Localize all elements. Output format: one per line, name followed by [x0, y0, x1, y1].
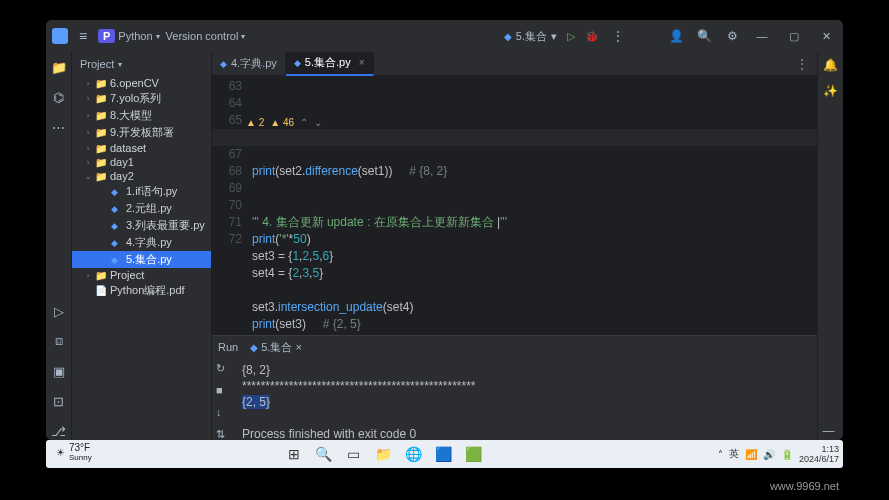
structure-tool-icon[interactable]: ⌬ — [50, 88, 68, 106]
code-line[interactable]: print(set3) # {2, 5} — [252, 316, 813, 333]
search-button[interactable]: 🔍 — [312, 442, 336, 466]
python-console-icon[interactable]: ⧈ — [50, 332, 68, 350]
collapse-icon[interactable]: — — [823, 424, 839, 440]
python-dropdown[interactable]: P Python ▾ — [98, 29, 160, 43]
editor-tab[interactable]: ◆5.集合.py× — [286, 52, 374, 76]
terminal-icon[interactable]: ▣ — [50, 362, 68, 380]
run-config-selector[interactable]: ◆ 5.集合 ▾ — [504, 29, 557, 44]
person-icon[interactable]: 👤 — [667, 27, 685, 45]
python-badge: P — [98, 29, 115, 43]
tree-folder[interactable]: ⌄📁day2 — [72, 169, 211, 183]
code-line[interactable]: ''' 4. 集合更新 update : 在原集合上更新新集合 |''' — [252, 214, 813, 231]
code-line[interactable]: print(set2.difference(set1)) # {8, 2} — [252, 163, 813, 180]
run-panel-header: Run ◆ 5.集合 × — [212, 336, 817, 358]
tree-file[interactable]: ◆4.字典.py — [72, 234, 211, 251]
code-line[interactable]: print('*'*50) — [252, 231, 813, 248]
code-line[interactable]: set3 = {1,2,5,6} — [252, 248, 813, 265]
tree-folder[interactable]: ›📁Project — [72, 268, 211, 282]
tabs-more-icon[interactable]: ⋮ — [787, 56, 817, 72]
editor-tabs: ◆4.字典.py◆5.集合.py×⋮ — [212, 52, 817, 76]
tree-folder[interactable]: ›📁8.大模型 — [72, 107, 211, 124]
close-icon[interactable]: × — [295, 341, 301, 353]
warning-badge: ▲ 2 — [246, 114, 264, 131]
project-tree[interactable]: ›📁6.openCV›📁7.yolo系列›📁8.大模型›📁9.开发板部署›📁da… — [72, 76, 211, 440]
code-line[interactable]: set4 = {2,3,5} — [252, 265, 813, 282]
code-lines[interactable]: ▲ 2 ▲ 46 ⌃ ⌄ print(set2.difference(set1)… — [248, 76, 817, 335]
tree-file[interactable]: ◆1.if语句.py — [72, 183, 211, 200]
run-label: Run — [218, 341, 238, 353]
project-header[interactable]: Project ▾ — [72, 52, 211, 76]
minimize-button[interactable]: — — [751, 25, 773, 47]
tree-folder[interactable]: ›📁9.开发板部署 — [72, 124, 211, 141]
project-tool-icon[interactable]: 📁 — [50, 58, 68, 76]
code-editor[interactable]: 63646566676869707172 ▲ 2 ▲ 46 ⌃ ⌄ print(… — [212, 76, 817, 335]
explorer-icon[interactable]: 📁 — [372, 442, 396, 466]
editor-area: ◆4.字典.py◆5.集合.py×⋮ 63646566676869707172 … — [212, 52, 817, 440]
right-toolbar: 🔔 ✨ — — [817, 52, 843, 440]
code-line[interactable] — [252, 180, 813, 197]
gutter: 63646566676869707172 — [212, 76, 248, 335]
chevron-down-icon: ▾ — [156, 32, 160, 41]
expand-icon[interactable]: ⌃ — [300, 114, 308, 131]
task-view-button[interactable]: ▭ — [342, 442, 366, 466]
windows-taskbar[interactable]: ⊞ 🔍 ▭ 📁 🌐 🟦 🟩 ˄ 英 📶 🔊 🔋 1:13 2024/6/17 — [46, 440, 843, 468]
system-tray[interactable]: ˄ 英 📶 🔊 🔋 1:13 2024/6/17 — [718, 444, 839, 464]
git-icon[interactable]: ⎇ — [50, 422, 68, 440]
notifications-icon[interactable]: 🔔 — [823, 58, 839, 74]
down-icon[interactable]: ↓ — [216, 406, 230, 420]
ai-icon[interactable]: ✨ — [823, 84, 839, 100]
tree-file[interactable]: 📄Python编程.pdf — [72, 282, 211, 299]
search-icon[interactable]: 🔍 — [695, 27, 713, 45]
tree-folder[interactable]: ›📁day1 — [72, 155, 211, 169]
collapse-icon[interactable]: ⌄ — [314, 114, 322, 131]
tree-file[interactable]: ◆5.集合.py — [72, 251, 211, 268]
weather-widget[interactable]: ☀ 73°F Sunny — [50, 440, 98, 464]
chevron-down-icon: ▾ — [118, 60, 122, 69]
wifi-icon[interactable]: 📶 — [745, 449, 757, 460]
app-logo-icon[interactable] — [52, 28, 68, 44]
tray-chevron-icon[interactable]: ˄ — [718, 449, 723, 460]
volume-icon[interactable]: 🔊 — [763, 449, 775, 460]
problems-icon[interactable]: ⊡ — [50, 392, 68, 410]
tree-folder[interactable]: ›📁6.openCV — [72, 76, 211, 90]
edge-icon[interactable]: 🌐 — [402, 442, 426, 466]
gear-icon[interactable]: ⚙ — [723, 27, 741, 45]
version-control-dropdown[interactable]: Version control ▾ — [166, 30, 246, 42]
watermark: www.9969.net — [770, 480, 839, 492]
run-tool-icon[interactable]: ▷ — [50, 302, 68, 320]
tree-folder[interactable]: ›📁7.yolo系列 — [72, 90, 211, 107]
close-button[interactable]: ✕ — [815, 25, 837, 47]
run-tab[interactable]: ◆ 5.集合 × — [244, 338, 308, 357]
titlebar: ≡ P Python ▾ Version control ▾ ◆ 5.集合 ▾ … — [46, 20, 843, 52]
run-toolbar: ↻ ■ ↓ ⇅ ⇱ 🗑 — [212, 358, 234, 440]
pycharm-icon[interactable]: 🟩 — [462, 442, 486, 466]
tree-file[interactable]: ◆2.元组.py — [72, 200, 211, 217]
code-line[interactable]: set3.intersection_update(set4) — [252, 299, 813, 316]
more-actions-icon[interactable]: ⋮ — [609, 27, 627, 45]
stop-icon[interactable]: ■ — [216, 384, 230, 398]
run-button[interactable]: ▷ — [567, 30, 575, 43]
chevron-down-icon: ▾ — [551, 30, 557, 43]
more-tool-icon[interactable]: ⋯ — [50, 118, 68, 136]
inspection-badges[interactable]: ▲ 2 ▲ 46 ⌃ ⌄ — [246, 114, 807, 131]
battery-icon[interactable]: 🔋 — [781, 449, 793, 460]
filter-icon[interactable]: ⇅ — [216, 428, 230, 440]
hamburger-icon[interactable]: ≡ — [74, 27, 92, 45]
left-toolbar: 📁 ⌬ ⋯ ▷ ⧈ ▣ ⊡ ⎇ — [46, 52, 72, 440]
rerun-icon[interactable]: ↻ — [216, 362, 230, 376]
code-line[interactable] — [252, 197, 813, 214]
tree-file[interactable]: ◆3.列表最重要.py — [72, 217, 211, 234]
editor-tab[interactable]: ◆4.字典.py — [212, 52, 286, 76]
app-icon[interactable]: 🟦 — [432, 442, 456, 466]
ime-indicator[interactable]: 英 — [729, 447, 739, 461]
console-output[interactable]: {8, 2}**********************************… — [234, 358, 817, 440]
sun-icon: ☀ — [56, 447, 65, 458]
tree-folder[interactable]: ›📁dataset — [72, 141, 211, 155]
run-panel: Run ◆ 5.集合 × ↻ ■ ↓ ⇅ ⇱ 🗑 — [212, 335, 817, 440]
maximize-button[interactable]: ▢ — [783, 25, 805, 47]
clock[interactable]: 1:13 2024/6/17 — [799, 444, 839, 464]
debug-button[interactable]: 🐞 — [585, 30, 599, 43]
python-file-icon: ◆ — [504, 31, 512, 42]
start-button[interactable]: ⊞ — [282, 442, 306, 466]
code-line[interactable] — [252, 282, 813, 299]
